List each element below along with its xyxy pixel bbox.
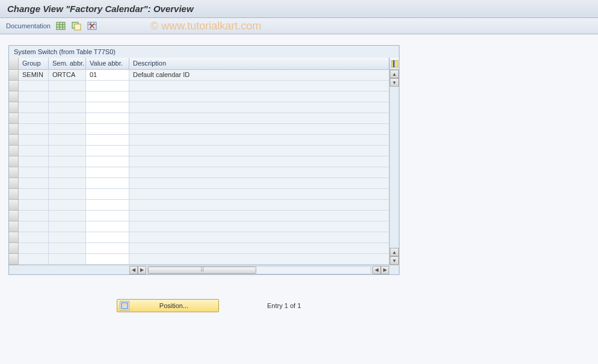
cell-value-abbr[interactable]: [86, 178, 129, 189]
cell-description: [129, 146, 389, 156]
scroll-right-end-icon[interactable]: ▶: [381, 266, 389, 274]
configure-columns-icon[interactable]: [390, 58, 399, 70]
cell-value-abbr[interactable]: [86, 91, 129, 102]
cell-group: [19, 189, 49, 200]
cell-group: SEMIN: [19, 70, 49, 81]
scroll-down-end-icon[interactable]: ▼: [390, 256, 399, 265]
cell-sem-abbr: [49, 135, 86, 146]
row-selector[interactable]: [9, 91, 19, 102]
horizontal-scrollbar[interactable]: ◀ ▶ ◀ ▶: [9, 265, 399, 274]
table-row: [19, 91, 389, 102]
cell-group: [19, 146, 49, 156]
cell-description: [129, 135, 389, 146]
cell-description: [129, 254, 389, 265]
cell-sem-abbr: [49, 200, 86, 211]
row-selector[interactable]: [9, 189, 19, 200]
cell-value-abbr[interactable]: [86, 113, 129, 124]
scroll-down-icon[interactable]: ▼: [390, 78, 399, 87]
cell-value-abbr[interactable]: [86, 81, 129, 91]
cell-description: [129, 124, 389, 135]
copy-as-icon[interactable]: [71, 20, 82, 31]
table-row: [19, 156, 389, 167]
cell-value-abbr[interactable]: [86, 200, 129, 211]
cell-sem-abbr: [49, 211, 86, 221]
cell-sem-abbr: [49, 178, 86, 189]
cell-value-abbr[interactable]: [86, 156, 129, 167]
cell-value-abbr[interactable]: [86, 211, 129, 221]
svg-rect-0: [57, 22, 65, 29]
documentation-button[interactable]: Documentation: [6, 22, 51, 29]
cell-sem-abbr: [49, 91, 86, 102]
cell-value-abbr[interactable]: [86, 124, 129, 135]
cell-sem-abbr: [49, 124, 86, 135]
cell-value-abbr[interactable]: [86, 243, 129, 254]
scroll-left-end-icon[interactable]: ◀: [372, 266, 381, 274]
position-button[interactable]: Position...: [117, 299, 219, 312]
select-all-handle[interactable]: [9, 58, 19, 70]
position-button-label: Position...: [135, 302, 212, 309]
column-header-desc[interactable]: Description: [129, 58, 389, 70]
row-selector[interactable]: [9, 200, 19, 211]
scroll-up-icon[interactable]: ▲: [390, 70, 399, 78]
row-selector[interactable]: [9, 146, 19, 156]
table-row: [19, 81, 389, 91]
table-panel: System Switch (from Table T77S0) Group S…: [8, 45, 399, 275]
row-selector[interactable]: [9, 102, 19, 113]
cell-value-abbr[interactable]: [86, 167, 129, 178]
delete-selection-icon[interactable]: [87, 20, 97, 31]
scroll-up-end-icon[interactable]: ▲: [390, 248, 399, 256]
cell-sem-abbr: [49, 167, 86, 178]
row-selector[interactable]: [9, 232, 19, 243]
svg-rect-15: [123, 304, 126, 305]
table-settings-icon[interactable]: [55, 20, 66, 31]
svg-rect-13: [393, 60, 395, 67]
row-selector[interactable]: [9, 124, 19, 135]
position-icon: [120, 301, 129, 310]
cell-value-abbr[interactable]: [86, 232, 129, 243]
table-row: [19, 113, 389, 124]
hscroll-thumb[interactable]: [148, 267, 256, 274]
cell-sem-abbr: [49, 243, 86, 254]
cell-value-abbr[interactable]: [86, 146, 129, 156]
row-selector[interactable]: [9, 156, 19, 167]
cell-group: [19, 221, 49, 232]
cell-value-abbr[interactable]: [86, 102, 129, 113]
vertical-scrollbar[interactable]: ▲ ▼ ▲ ▼: [389, 58, 399, 265]
row-selector[interactable]: [9, 211, 19, 221]
cell-description: Default calendar ID: [129, 70, 389, 81]
row-selector[interactable]: [9, 135, 19, 146]
cell-value-abbr[interactable]: 01: [86, 70, 129, 81]
cell-sem-abbr: [49, 156, 86, 167]
row-selector[interactable]: [9, 167, 19, 178]
hscroll-track[interactable]: [147, 266, 371, 274]
cell-sem-abbr: [49, 81, 86, 91]
cell-group: [19, 232, 49, 243]
row-selector[interactable]: [9, 243, 19, 254]
scroll-right-icon[interactable]: ▶: [138, 266, 146, 274]
cell-value-abbr[interactable]: [86, 221, 129, 232]
row-selector[interactable]: [9, 70, 19, 81]
row-selector[interactable]: [9, 81, 19, 91]
cell-group: [19, 243, 49, 254]
row-selector[interactable]: [9, 221, 19, 232]
cell-group: [19, 178, 49, 189]
table-row: [19, 189, 389, 200]
scroll-left-icon[interactable]: ◀: [129, 266, 138, 274]
column-header-group[interactable]: Group: [19, 58, 49, 70]
cell-description: [129, 178, 389, 189]
row-selector[interactable]: [9, 254, 19, 265]
row-selector[interactable]: [9, 113, 19, 124]
cell-group: [19, 167, 49, 178]
cell-value-abbr[interactable]: [86, 135, 129, 146]
cell-description: [129, 102, 389, 113]
column-header-sem[interactable]: Sem. abbr.: [49, 58, 86, 70]
cell-value-abbr[interactable]: [86, 254, 129, 265]
cell-sem-abbr: [49, 254, 86, 265]
cell-value-abbr[interactable]: [86, 189, 129, 200]
row-selector[interactable]: [9, 178, 19, 189]
row-selector-column: [9, 58, 19, 265]
cell-description: [129, 113, 389, 124]
column-header-val[interactable]: Value abbr.: [86, 58, 129, 70]
table-row: [19, 243, 389, 254]
table-row: [19, 200, 389, 211]
